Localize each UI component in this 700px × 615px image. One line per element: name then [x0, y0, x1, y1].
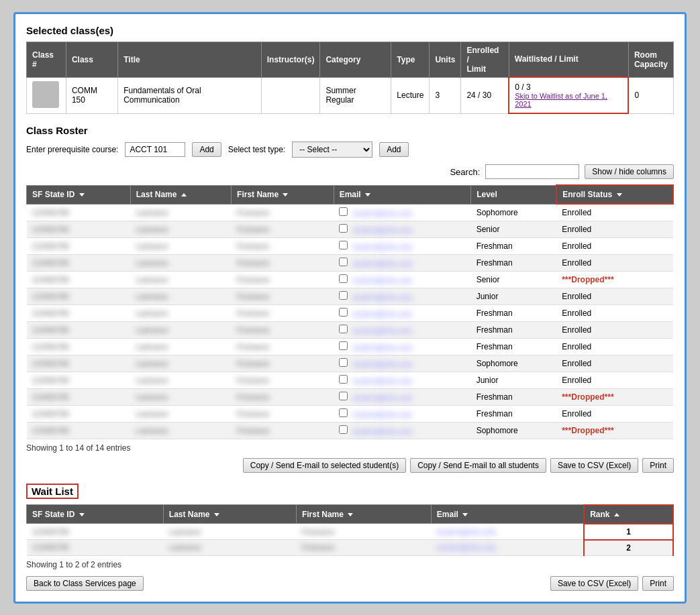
select-student-checkbox[interactable]: [339, 375, 348, 384]
select-student-checkbox[interactable]: [339, 291, 348, 300]
waitlist-section: Wait List SF State ID Last Name First Na…: [26, 484, 674, 591]
show-hide-button[interactable]: Show / hide columns: [585, 164, 674, 179]
select-student-checkbox[interactable]: [339, 341, 348, 350]
select-student-checkbox[interactable]: [339, 274, 348, 283]
lastname-cell: Lastname: [130, 271, 231, 288]
enroll-status-cell: Enrolled: [556, 304, 673, 321]
enroll-status-cell: Enrolled: [556, 338, 673, 355]
roster-row: 123456789 Lastname Firstname student@sfs…: [27, 355, 674, 372]
sfid-cell: 123456789: [27, 304, 131, 321]
prereq-add-button[interactable]: Add: [192, 142, 221, 157]
sfid-cell: 123456789: [27, 338, 131, 355]
sfid-cell: 123456789: [27, 422, 131, 439]
wl-col-firstname[interactable]: First Name: [296, 505, 431, 524]
roster-row: 123456789 Lastname Firstname student@sfs…: [27, 204, 674, 221]
class-num-cell: [27, 77, 66, 113]
bottom-save-csv[interactable]: Save to CSV (Excel): [550, 576, 638, 591]
level-cell: Freshman: [471, 388, 557, 405]
select-student-checkbox[interactable]: [339, 392, 348, 400]
wl-firstname-cell: Firstname: [296, 540, 431, 556]
firstname-cell: Firstname: [232, 422, 334, 439]
level-cell: Junior: [471, 288, 557, 304]
copy-selected-button[interactable]: Copy / Send E-mail to selected student(s…: [243, 458, 406, 473]
email-cell: student@sfsu.edu: [334, 237, 471, 254]
level-cell: Senior: [471, 271, 557, 288]
wl-col-rank[interactable]: Rank: [584, 505, 673, 524]
save-csv-button[interactable]: Save to CSV (Excel): [550, 458, 638, 473]
bottom-print[interactable]: Print: [642, 576, 674, 591]
lastname-cell: Lastname: [130, 237, 231, 254]
firstname-cell: Firstname: [232, 237, 334, 254]
level-cell: Sophomore: [471, 204, 557, 221]
sfid-cell: 123456789: [27, 321, 131, 338]
col-type: Type: [391, 42, 430, 77]
lastname-cell: Lastname: [130, 372, 231, 388]
wl-col-lastname[interactable]: Last Name: [163, 505, 296, 524]
print-button[interactable]: Print: [642, 458, 674, 473]
wl-col-email[interactable]: Email: [431, 505, 584, 524]
enroll-status-cell: Enrolled: [556, 321, 673, 338]
select-student-checkbox[interactable]: [339, 224, 348, 233]
col-email[interactable]: Email: [334, 185, 471, 204]
col-sf-state-id[interactable]: SF State ID: [27, 185, 131, 204]
select-student-checkbox[interactable]: [339, 258, 348, 266]
class-image: [32, 81, 59, 108]
firstname-cell: Firstname: [232, 271, 334, 288]
lastname-cell: Lastname: [130, 221, 231, 237]
lastname-cell: Lastname: [130, 321, 231, 338]
class-roster-title: Class Roster: [26, 125, 674, 136]
wl-lastname-sort-icon: [214, 513, 219, 516]
roster-row: 123456789 Lastname Firstname student@sfs…: [27, 372, 674, 388]
enroll-status-cell: Enrolled: [556, 204, 673, 221]
level-cell: Freshman: [471, 338, 557, 355]
col-level[interactable]: Level: [471, 185, 557, 204]
select-student-checkbox[interactable]: [339, 207, 348, 216]
search-input[interactable]: [485, 164, 579, 179]
col-class: Class: [66, 42, 117, 77]
select-student-checkbox[interactable]: [339, 325, 348, 333]
test-type-select[interactable]: -- Select --: [292, 142, 372, 158]
roster-row: 123456789 Lastname Firstname student@sfs…: [27, 271, 674, 288]
firstname-cell: Firstname: [232, 204, 334, 221]
wl-sfid-sort-icon: [79, 513, 85, 516]
firstname-cell: Firstname: [232, 221, 334, 237]
roster-row: 123456789 Lastname Firstname student@sfs…: [27, 254, 674, 271]
test-type-label: Select test type:: [228, 145, 285, 154]
level-cell: Freshman: [471, 405, 557, 422]
level-cell: Freshman: [471, 321, 557, 338]
col-first-name[interactable]: First Name: [232, 185, 334, 204]
prereq-input[interactable]: [125, 142, 185, 157]
col-enroll-status[interactable]: Enroll Status: [556, 185, 673, 204]
sfid-cell: 123456789: [27, 221, 131, 237]
col-last-name[interactable]: Last Name: [130, 185, 231, 204]
firstname-cell: Firstname: [232, 321, 334, 338]
wl-col-sfid[interactable]: SF State ID: [27, 505, 164, 524]
wl-lastname-cell: Lastname: [163, 524, 296, 540]
roster-table: SF State ID Last Name First Name Email L…: [26, 184, 674, 439]
test-type-add-button[interactable]: Add: [379, 142, 408, 157]
select-student-checkbox[interactable]: [339, 241, 348, 249]
select-student-checkbox[interactable]: [339, 358, 348, 367]
waitlist-title: Wait List: [26, 484, 79, 499]
bottom-actions: Save to CSV (Excel) Print: [550, 576, 674, 591]
roster-row: 123456789 Lastname Firstname student@sfs…: [27, 221, 674, 237]
col-waitlisted: Waitlisted / Limit: [509, 42, 628, 77]
roster-controls: Enter prerequisite course: Add Select te…: [26, 142, 674, 158]
roster-row: 123456789 Lastname Firstname student@sfs…: [27, 288, 674, 304]
waitlist-link[interactable]: Skip to Waitlist as of June 1, 2021: [515, 92, 622, 108]
bottom-bar: Back to Class Services page Save to CSV …: [26, 576, 674, 591]
sfid-sort-icon: [79, 193, 85, 197]
email-cell: student@sfsu.edu: [334, 321, 471, 338]
copy-all-button[interactable]: Copy / Send E-mail to all students: [410, 458, 546, 473]
enroll-status-cell: Enrolled: [556, 288, 673, 304]
selected-classes-title: Selected class(es): [26, 25, 674, 36]
select-student-checkbox[interactable]: [339, 425, 348, 434]
back-button[interactable]: Back to Class Services page: [26, 576, 144, 591]
wl-sfid-cell: 123456789: [27, 524, 164, 540]
sfid-cell: 123456789: [27, 405, 131, 422]
select-student-checkbox[interactable]: [339, 308, 348, 317]
lastname-cell: Lastname: [130, 204, 231, 221]
enrolled-cell: 24 / 30: [461, 77, 509, 113]
enroll-status-cell: Enrolled: [556, 221, 673, 237]
select-student-checkbox[interactable]: [339, 408, 348, 417]
